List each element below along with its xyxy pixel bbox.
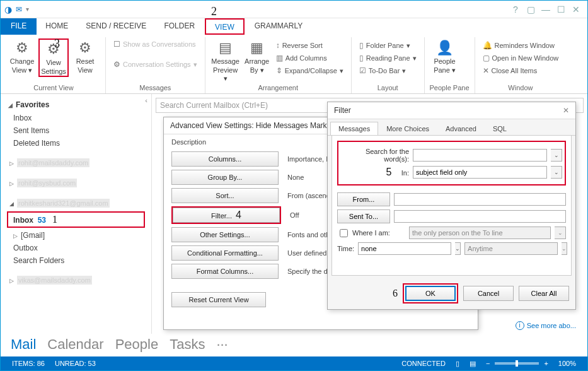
see-more-about[interactable]: iSee more abo... — [516, 321, 576, 330]
sidebar-item-search-folders[interactable]: Search Folders — [1, 254, 151, 267]
close-button[interactable]: ✕ — [568, 4, 584, 15]
zoom-slider[interactable] — [495, 362, 539, 365]
filter-close-button[interactable]: ✕ — [563, 106, 569, 115]
help-icon[interactable]: ? — [508, 4, 523, 15]
filter-tab-sql[interactable]: SQL — [485, 122, 515, 135]
sendreceive-icon[interactable]: ✉ — [16, 5, 22, 14]
reset-view-button[interactable]: ⚙Reset View — [70, 38, 100, 77]
step-4: 4 — [236, 209, 241, 220]
nav-tasks[interactable]: Tasks — [170, 336, 205, 354]
filter-tab-messages[interactable]: Messages — [330, 122, 378, 135]
nav-people[interactable]: People — [115, 336, 159, 354]
reading-pane-button[interactable]: ▯Reading Pane ▾ — [357, 52, 419, 64]
filter-ok-button[interactable]: OK — [405, 286, 456, 301]
avs-filter-btn-label: Filter... — [211, 212, 232, 220]
reverse-sort-button[interactable]: ↕Reverse Sort — [274, 40, 346, 51]
filter-time-select[interactable] — [358, 242, 451, 255]
avs-sort-button[interactable]: Sort... — [171, 188, 279, 203]
new-window-label: Open in New Window — [492, 54, 559, 62]
avs-groupby-button[interactable]: Group By... — [171, 170, 279, 185]
tab-folder[interactable]: FOLDER — [155, 18, 204, 35]
zoom-out-button[interactable]: − — [486, 360, 490, 367]
show-as-conversations-checkbox[interactable]: ☐Show as Conversations — [111, 38, 200, 50]
status-bar: ITEMS: 86 UNREAD: 53 CONNECTED ▯ ▤ − + 1… — [1, 356, 587, 370]
avs-filter-button[interactable]: Filter... 4 — [173, 208, 280, 223]
show-conv-label: Show as Conversations — [123, 40, 196, 48]
sidebar-account-4[interactable]: ▷vikas@mailsdaddy.com — [1, 273, 151, 287]
reminders-label: Reminders Window — [495, 42, 555, 49]
collapse-sidebar-icon[interactable]: ‹ — [145, 97, 147, 104]
tab-send-receive[interactable]: SEND / RECEIVE — [77, 18, 155, 35]
open-new-window-button[interactable]: ▢Open in New Window — [480, 52, 562, 64]
sidebar-account-1[interactable]: ▷rohit@mailsdaddy.com — [1, 156, 151, 170]
group-people-pane: 👤People Pane ▾ People Pane — [425, 37, 475, 93]
view-reading-icon[interactable]: ▤ — [470, 360, 476, 368]
group-layout: ▯Folder Pane ▾ ▯Reading Pane ▾ ☑To-Do Ba… — [352, 37, 425, 93]
nav-mail[interactable]: Mail — [11, 336, 36, 354]
info-icon: i — [516, 321, 524, 330]
filter-from-button[interactable]: From... — [337, 192, 390, 206]
people-pane-label: People Pane — [434, 57, 456, 73]
change-view-button[interactable]: ⚙Change View ▾ — [7, 38, 37, 77]
where-checkbox-input[interactable] — [340, 229, 348, 237]
qat-dropdown-icon[interactable]: ▾ — [26, 6, 29, 13]
avs-format-columns-button[interactable]: Format Columns... — [171, 264, 279, 279]
nav-bar: Mail Calendar People Tasks ··· — [1, 334, 587, 356]
sidebar-item-sent[interactable]: Sent Items — [1, 124, 151, 137]
conv-settings-label: Conversation Settings — [123, 61, 191, 68]
filter-titlebar: Filter✕ — [328, 102, 575, 119]
todo-bar-button[interactable]: ☑To-Do Bar ▾ — [357, 65, 419, 76]
filter-tab-more-choices[interactable]: More Choices — [378, 122, 437, 135]
nav-more[interactable]: ··· — [216, 336, 228, 354]
group-label-current-view: Current View — [7, 84, 100, 93]
reminders-window-button[interactable]: 🔔Reminders Window — [480, 40, 562, 51]
sidebar-item-inbox[interactable]: Inbox — [1, 112, 151, 124]
avs-groupby-desc: None — [287, 174, 304, 181]
expand-collapse-button[interactable]: ⇕Expand/Collapse ▾ — [274, 65, 346, 76]
filter-clear-all-button[interactable]: Clear All — [519, 286, 569, 301]
sidebar-item-inbox-selected[interactable]: Inbox 53 1 — [7, 211, 145, 228]
favorites-header[interactable]: ◢Favorites — [1, 98, 151, 112]
ribbon-toggle-icon[interactable]: ▢ — [523, 4, 538, 15]
minimize-button[interactable]: — — [538, 4, 553, 15]
tab-view[interactable]: VIEW — [205, 18, 245, 35]
maximize-button[interactable]: ☐ — [553, 4, 568, 15]
arrange-by-button[interactable]: ▦Arrange By ▾ — [242, 38, 272, 83]
close-all-items-button[interactable]: ✕Close All Items — [480, 65, 562, 76]
sidebar-item-deleted[interactable]: Deleted Items — [1, 137, 151, 150]
filter-time-dropdown-icon[interactable]: ⌄ — [455, 242, 461, 255]
avs-other-settings-button[interactable]: Other Settings... — [171, 227, 279, 242]
filter-cancel-button[interactable]: Cancel — [463, 286, 514, 301]
people-pane-button[interactable]: 👤People Pane ▾ — [430, 38, 460, 74]
avs-reset-button[interactable]: Reset Current View — [171, 292, 266, 307]
tab-grammarly[interactable]: GRAMMARLY — [246, 18, 311, 35]
filter-sent-to-button[interactable]: Sent To... — [337, 209, 390, 223]
tab-home[interactable]: HOME — [37, 18, 77, 35]
filter-search-input[interactable] — [413, 149, 547, 162]
conversation-settings-button[interactable]: ⚙Conversation Settings ▾ — [111, 59, 200, 70]
sidebar-item-gmail[interactable]: ▷[Gmail] — [1, 229, 151, 242]
tab-file[interactable]: FILE — [1, 18, 37, 35]
view-settings-button[interactable]: ⚙View Settings — [38, 38, 69, 77]
nav-calendar[interactable]: Calendar — [47, 336, 103, 354]
avs-columns-button[interactable]: Columns... — [171, 151, 279, 167]
filter-in-select[interactable] — [413, 166, 547, 179]
filter-in-dropdown-icon[interactable]: ⌄ — [551, 166, 562, 179]
message-preview-button[interactable]: ▤Message Preview ▾ — [210, 38, 241, 83]
filter-from-input[interactable] — [394, 193, 566, 206]
view-normal-icon[interactable]: ▯ — [456, 360, 459, 368]
sidebar-account-3[interactable]: ◢rohitkesharid321@gmail.com — [1, 196, 151, 210]
add-columns-button[interactable]: ▥Add Columns — [274, 52, 346, 64]
zoom-in-button[interactable]: + — [544, 360, 548, 367]
filter-search-dropdown-icon[interactable]: ⌄ — [551, 149, 562, 162]
filter-tab-advanced[interactable]: Advanced — [437, 122, 485, 135]
filter-where-checkbox[interactable]: Where I am: — [337, 227, 405, 239]
group-label-people: People Pane — [430, 84, 470, 93]
avs-conditional-formatting-button[interactable]: Conditional Formatting... — [171, 245, 279, 261]
account-4-label: vikas@mailsdaddy.com — [17, 276, 92, 285]
sidebar-account-2[interactable]: ▷rohit@sysbud.com — [1, 176, 151, 190]
inbox-count: 53 — [38, 216, 46, 225]
folder-pane-button[interactable]: ▯Folder Pane ▾ — [357, 40, 419, 51]
sidebar-item-outbox[interactable]: Outbox — [1, 242, 151, 254]
filter-sent-to-input[interactable] — [394, 210, 566, 223]
